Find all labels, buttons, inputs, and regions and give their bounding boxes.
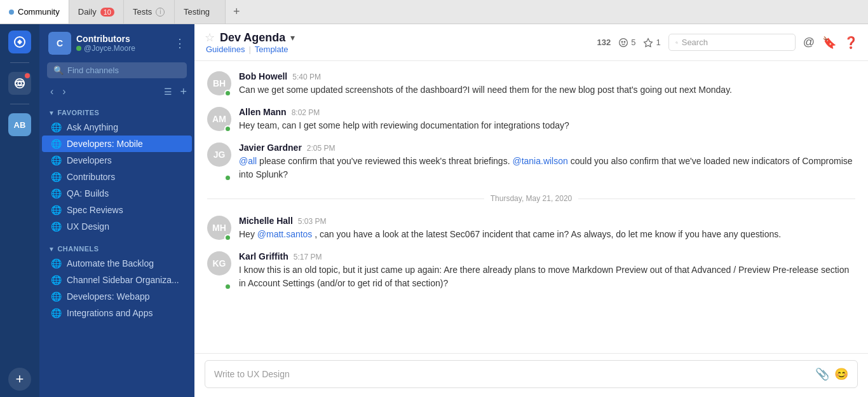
reactions-count: 5 [631, 38, 635, 47]
channels-label: CHANNELS [57, 245, 98, 253]
favorites-section-header[interactable]: ▼ FAVORITES [39, 104, 194, 119]
header-right: 132 5 1 @ 🔖 ❓ [597, 34, 858, 51]
channel-search-icon [675, 38, 678, 47]
username-label: @Joyce.Moore [84, 44, 135, 53]
karl-griffith-time: 5:17 PM [294, 253, 322, 261]
online-status-dot [76, 46, 81, 51]
message-input-wrap: 📎 😊 [205, 360, 858, 388]
template-link[interactable]: Template [255, 45, 288, 54]
tab-tests-label: Tests [133, 7, 152, 17]
channel-item-label: Spec Reviews [67, 205, 123, 215]
date-divider-text: Thursday, May 21, 2020 [491, 194, 573, 203]
app-icon[interactable] [8, 31, 31, 53]
spy-icon-btn[interactable] [8, 72, 31, 95]
sidebar-divider-2 [10, 104, 29, 104]
channel-item-ask-anything[interactable]: 🌐 Ask Anything [42, 119, 192, 136]
channel-globe-icon: 🌐 [51, 308, 62, 318]
reactions-stat: 5 [618, 38, 635, 48]
michelle-hall-msg-header: Michelle Hall 5:03 PM [239, 216, 855, 226]
channel-item-developers[interactable]: 🌐 Developers [42, 152, 192, 169]
bob-howell-avatar: BH [207, 71, 231, 97]
channel-item-qa-builds[interactable]: 🌐 QA: Builds [42, 185, 192, 202]
michelle-hall-author: Michelle Hall [239, 216, 293, 226]
ab-button[interactable]: AB [8, 113, 31, 136]
channel-globe-icon: 🌐 [51, 122, 62, 132]
svg-point-5 [621, 41, 623, 43]
channel-item-spec-reviews[interactable]: 🌐 Spec Reviews [42, 202, 192, 218]
michelle-hall-message-body: Michelle Hall 5:03 PM Hey @matt.santos ,… [239, 216, 855, 241]
find-channels-input[interactable] [67, 66, 180, 75]
channel-name-dropdown-icon[interactable]: ▾ [290, 32, 295, 43]
bob-howell-author: Bob Howell [239, 71, 287, 81]
channel-search-box[interactable] [668, 34, 796, 51]
tab-add-button[interactable]: + [226, 5, 248, 18]
channel-item-label: Contributors [67, 172, 115, 182]
nav-forward-button[interactable]: › [59, 85, 69, 99]
michelle-hall-text: Hey @matt.santos , can you have a look a… [239, 228, 855, 241]
pins-stat: 1 [643, 38, 660, 48]
channel-item-developers-webapp[interactable]: 🌐 Developers: Webapp [42, 288, 192, 305]
channel-globe-icon: 🌐 [51, 188, 62, 198]
karl-griffith-message-body: Karl Griffith 5:17 PM I know this is an … [239, 251, 855, 290]
find-channels-search[interactable]: 🔍 [47, 62, 187, 78]
bookmark-button[interactable]: 🔖 [822, 36, 836, 50]
channel-header-top: ☆ Dev Agenda ▾ [205, 31, 295, 45]
channel-item-contributors[interactable]: 🌐 Contributors [42, 169, 192, 185]
workspace-avatar: C [48, 32, 71, 55]
svg-point-4 [620, 38, 628, 46]
message-michelle-hall: MH Michelle Hall 5:03 PM Hey @matt.santo… [207, 216, 855, 241]
javier-gardner-avatar-img: JG [207, 143, 231, 167]
message-count-stat: 132 [597, 38, 611, 47]
pin-icon [643, 38, 653, 48]
javier-gardner-message-body: Javier Gardner 2:05 PM @all please confi… [239, 143, 855, 181]
javier-text-1: please confirm that you've reviewed this… [259, 156, 512, 166]
channel-item-integrations[interactable]: 🌐 Integrations and Apps [42, 305, 192, 321]
at-mention-button[interactable]: @ [803, 36, 815, 49]
michelle-text-1: Hey [239, 229, 257, 239]
channel-globe-icon: 🌐 [51, 139, 62, 149]
channel-item-label: Automate the Backlog [67, 258, 154, 268]
mention-tania: @tania.wilson [512, 156, 567, 166]
guidelines-link[interactable]: Guidelines [206, 45, 245, 54]
javier-gardner-time: 2:05 PM [307, 144, 336, 153]
emoji-icon[interactable]: 😊 [834, 367, 848, 381]
channel-search-input[interactable] [682, 38, 789, 47]
karl-griffith-avatar-img: KG [207, 251, 231, 275]
channel-item-label: QA: Builds [67, 188, 109, 198]
channel-item-developers-mobile[interactable]: 🌐 Developers: Mobile [42, 136, 192, 152]
star-icon[interactable]: ☆ [205, 31, 215, 45]
channel-item-channel-sidebar[interactable]: 🌐 Channel Sidebar Organiza... [42, 272, 192, 288]
main-layout: AB + C Contributors @Joyce.Moore ⋮ 🔍 ‹ [0, 24, 868, 397]
channel-title-area: ☆ Dev Agenda ▾ Guidelines | Template [205, 31, 295, 54]
channel-globe-icon: 🌐 [51, 172, 62, 182]
channels-section-header[interactable]: ▼ CHANNELS [39, 240, 194, 255]
message-input[interactable] [214, 369, 810, 379]
message-bob-howell: BH Bob Howell 5:40 PM Can we get some up… [207, 71, 855, 97]
tab-community-label: Community [18, 7, 60, 17]
allen-mann-online-badge [224, 125, 231, 132]
tab-daily-badge: 10 [100, 8, 114, 17]
channel-header-links: Guidelines | Template [206, 45, 295, 54]
reaction-icon [618, 38, 628, 48]
tab-community[interactable]: Community [0, 0, 69, 24]
attachment-icon[interactable]: 📎 [815, 367, 829, 381]
channel-item-ux-design[interactable]: 🌐 UX Design [42, 218, 192, 235]
sidebar-menu-button[interactable]: ⋮ [174, 36, 186, 50]
channel-item-label: Developers [67, 155, 112, 165]
channel-item-automate-backlog[interactable]: 🌐 Automate the Backlog [42, 255, 192, 272]
channel-globe-icon: 🌐 [51, 258, 62, 268]
tab-tests[interactable]: Tests i [124, 0, 175, 24]
channel-globe-icon: 🌐 [51, 221, 62, 232]
nav-add-button[interactable]: + [180, 85, 187, 99]
tab-testing[interactable]: Testing [175, 0, 226, 24]
message-karl-griffith: KG Karl Griffith 5:17 PM I know this is … [207, 251, 855, 290]
add-workspace-button[interactable]: + [8, 368, 31, 391]
help-button[interactable]: ❓ [844, 36, 858, 50]
allen-mann-time: 8:02 PM [292, 108, 320, 117]
nav-back-button[interactable]: ‹ [47, 85, 57, 99]
javier-gardner-text: @all please confirm that you've reviewed… [239, 155, 855, 181]
nav-filter-button[interactable]: ☰ [164, 87, 172, 97]
michelle-hall-online-badge [224, 234, 231, 241]
tab-daily[interactable]: Daily 10 [69, 0, 124, 24]
tab-bar: Community Daily 10 Tests i Testing + [0, 0, 868, 24]
